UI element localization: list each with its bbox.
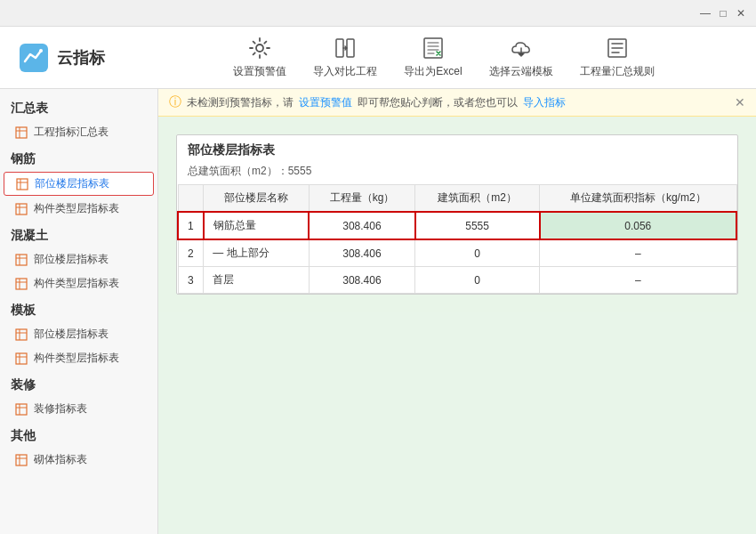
toolbar-export-excel[interactable]: 导出为Excel <box>404 36 462 79</box>
cell-name: 钢筋总量 <box>204 212 310 239</box>
sidebar-section-summary: 汇总表 <box>0 93 157 120</box>
table-icon-rebar-floor <box>15 177 29 191</box>
svg-rect-25 <box>16 353 27 364</box>
main-layout: 汇总表 工程指标汇总表 钢筋 部位楼层指标表 <box>0 89 756 534</box>
table-row: 1钢筋总量308.40655550.056 <box>178 212 736 239</box>
col-header-name: 部位楼层名称 <box>204 185 310 213</box>
gear-icon <box>247 36 272 61</box>
logo-area: 云指标 <box>18 42 105 74</box>
sidebar: 汇总表 工程指标汇总表 钢筋 部位楼层指标表 <box>0 89 158 534</box>
sidebar-label-formwork-floor-index: 部位楼层指标表 <box>34 327 109 342</box>
close-button[interactable]: ✕ <box>733 5 749 21</box>
svg-rect-28 <box>16 404 27 415</box>
minimize-button[interactable]: — <box>697 5 713 21</box>
sidebar-item-decoration-index[interactable]: 装修指标表 <box>0 397 157 421</box>
table-icon-formwork-floor <box>14 328 28 342</box>
logo-text: 云指标 <box>57 47 105 69</box>
table-icon-formwork-component <box>14 352 28 366</box>
cell-row-num: 1 <box>178 212 204 239</box>
sidebar-section-concrete: 混凝土 <box>0 221 157 247</box>
notice-text: 未检测到预警指标，请 <box>187 95 294 110</box>
excel-icon <box>421 36 446 61</box>
sidebar-section-decoration: 装修 <box>0 370 157 397</box>
col-header-num <box>178 185 204 213</box>
toolbar-select-cloud[interactable]: 选择云端模板 <box>489 36 553 79</box>
col-header-index: 单位建筑面积指标（kg/m2） <box>540 185 736 213</box>
sidebar-item-project-index-summary[interactable]: 工程指标汇总表 <box>0 120 157 144</box>
maximize-button[interactable]: □ <box>715 5 731 21</box>
sidebar-label-masonry-index: 砌体指标表 <box>34 452 87 467</box>
toolbar-items: 设置预警值 导入对比工程 导出为Excel <box>149 36 738 79</box>
toolbar-set-warning[interactable]: 设置预警值 <box>233 36 286 79</box>
toolbar-import-compare-label: 导入对比工程 <box>313 64 377 79</box>
info-icon: ⓘ <box>169 94 181 110</box>
import-icon <box>333 36 358 61</box>
notice-link-import[interactable]: 导入指标 <box>523 95 566 110</box>
total-area-label: 总建筑面积（m2）：5555 <box>177 162 737 184</box>
table-row: 2— 地上部分308.4060– <box>178 239 736 267</box>
svg-rect-3 <box>336 39 343 57</box>
cell-row-num: 3 <box>178 267 204 294</box>
cell-quantity: 308.406 <box>309 239 414 267</box>
toolbar-import-compare[interactable]: 导入对比工程 <box>313 36 377 79</box>
notice-link-set-warning[interactable]: 设置预警值 <box>299 95 352 110</box>
toolbar: 云指标 设置预警值 导入对比工程 <box>0 27 756 89</box>
table-icon-concrete-component <box>14 277 28 291</box>
cell-name: — 地上部分 <box>204 239 310 267</box>
notice-close-button[interactable]: ✕ <box>735 95 745 109</box>
sidebar-section-rebar: 钢筋 <box>0 144 157 171</box>
sidebar-item-formwork-component-index[interactable]: 构件类型层指标表 <box>0 346 157 370</box>
svg-rect-22 <box>16 329 27 340</box>
sidebar-item-masonry-index[interactable]: 砌体指标表 <box>0 448 157 472</box>
svg-rect-10 <box>17 179 28 190</box>
content-area: ⓘ 未检测到预警指标，请 设置预警值 即可帮您贴心判断，或者您也可以 导入指标 … <box>158 89 756 534</box>
cell-index: 0.056 <box>540 212 736 239</box>
notice-bar: ⓘ 未检测到预警指标，请 设置预警值 即可帮您贴心判断，或者您也可以 导入指标 … <box>158 89 756 117</box>
sidebar-label-rebar-floor-index: 部位楼层指标表 <box>35 176 109 191</box>
table-icon-summary <box>14 125 28 140</box>
cell-area: 5555 <box>415 212 540 239</box>
toolbar-export-excel-label: 导出为Excel <box>404 64 462 79</box>
sidebar-section-other: 其他 <box>0 421 157 448</box>
sidebar-item-formwork-floor-index[interactable]: 部位楼层指标表 <box>0 322 157 346</box>
svg-point-1 <box>39 49 43 53</box>
col-header-area: 建筑面积（m2） <box>415 185 540 213</box>
cell-index: – <box>540 239 736 267</box>
cell-index: – <box>540 267 736 294</box>
logo-icon <box>18 42 50 74</box>
sidebar-item-rebar-component-index[interactable]: 构件类型层指标表 <box>0 197 157 221</box>
sidebar-item-concrete-component-index[interactable]: 构件类型层指标表 <box>0 271 157 295</box>
table-icon-concrete-floor <box>14 253 28 267</box>
cell-quantity: 308.406 <box>309 267 414 294</box>
table-row: 3 首层308.4060– <box>178 267 736 294</box>
table-icon-masonry <box>14 453 28 467</box>
table-icon-decoration <box>14 402 28 417</box>
svg-rect-19 <box>16 279 27 289</box>
table-section: 部位楼层指标表 总建筑面积（m2）：5555 部位楼层名称 工程量（kg） 建筑… <box>176 134 738 295</box>
toolbar-set-warning-label: 设置预警值 <box>233 64 286 79</box>
title-bar: — □ ✕ <box>0 0 756 27</box>
svg-point-2 <box>256 44 263 52</box>
sidebar-item-rebar-floor-index[interactable]: 部位楼层指标表 <box>4 172 154 196</box>
svg-rect-16 <box>16 255 27 265</box>
toolbar-project-summary[interactable]: 工程量汇总规则 <box>580 36 655 79</box>
notice-text2: 即可帮您贴心判断，或者您也可以 <box>358 95 518 110</box>
toolbar-select-cloud-label: 选择云端模板 <box>489 64 553 79</box>
table-icon-rebar-component <box>14 202 28 216</box>
svg-rect-4 <box>347 39 354 57</box>
sidebar-label-project-index-summary: 工程指标汇总表 <box>34 125 109 140</box>
sidebar-label-decoration-index: 装修指标表 <box>34 401 87 417</box>
sidebar-item-concrete-floor-index[interactable]: 部位楼层指标表 <box>0 247 157 271</box>
data-table: 部位楼层名称 工程量（kg） 建筑面积（m2） 单位建筑面积指标（kg/m2） … <box>177 184 737 294</box>
svg-rect-13 <box>16 204 27 214</box>
svg-rect-7 <box>16 127 27 138</box>
cell-area: 0 <box>415 239 540 267</box>
col-header-quantity: 工程量（kg） <box>309 185 414 213</box>
list-icon <box>605 36 630 61</box>
svg-rect-31 <box>16 455 27 465</box>
page-title: 部位楼层指标表 <box>177 135 737 162</box>
cell-name: 首层 <box>204 267 310 294</box>
sidebar-label-concrete-floor-index: 部位楼层指标表 <box>34 252 109 267</box>
sidebar-label-concrete-component-index: 构件类型层指标表 <box>34 276 119 291</box>
cloud-icon <box>509 36 534 61</box>
